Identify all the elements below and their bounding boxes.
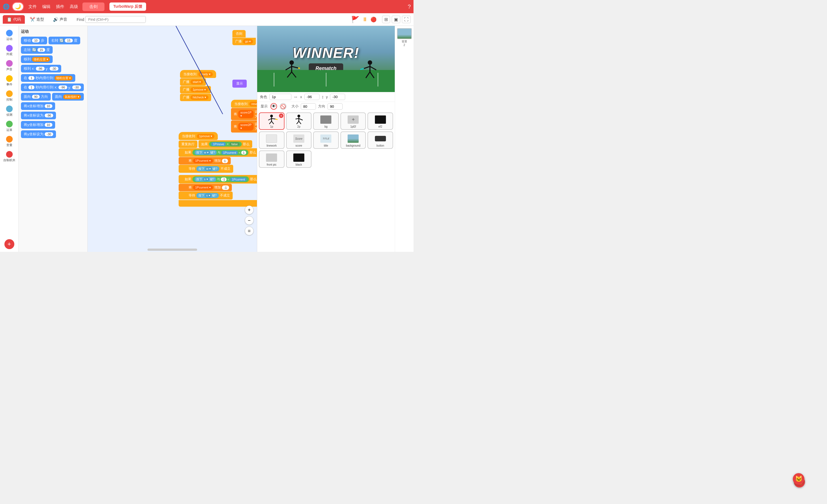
- w-key-condition[interactable]: 按下 w ▾ 键? 与 1Pcurrent < 1: [192, 150, 248, 155]
- stop-btn[interactable]: 🔴: [371, 16, 377, 22]
- broadcast-go-dropdown[interactable]: go ▾: [243, 39, 253, 44]
- 1pmove-condition[interactable]: 1Pmove = false: [209, 142, 241, 147]
- when-receive-reset[interactable]: 当接收到 reset ▾: [231, 100, 257, 108]
- x-input[interactable]: [304, 94, 320, 100]
- else-block[interactable]: 否则: [232, 30, 246, 38]
- 1pcurrent-dropdown1[interactable]: 1Pcurrent ▾: [193, 158, 213, 163]
- change-x-block[interactable]: 将x坐标增加 10: [21, 102, 55, 110]
- glide-to-dropdown[interactable]: 随机位置 ▾: [55, 76, 72, 81]
- sprite-item-background[interactable]: background: [340, 132, 366, 149]
- 1pmove-var[interactable]: 1Pmove: [211, 142, 226, 146]
- turn-right-input[interactable]: 15: [65, 39, 72, 42]
- size-input[interactable]: [301, 103, 316, 110]
- move-block[interactable]: 移动 10 步: [21, 37, 47, 44]
- face-direction-block[interactable]: 面向 90 方向: [21, 93, 51, 101]
- set-score1p-block[interactable]: 将 score1P ▾ 设为 0: [231, 108, 257, 120]
- y-input[interactable]: [330, 94, 345, 100]
- view-fullscreen-btn[interactable]: ⛶: [402, 16, 411, 23]
- change-1pcurrent-1[interactable]: 将 1Pcurrent ▾ 增加 1: [179, 157, 231, 164]
- goto-block[interactable]: 移到 随机位置 ▾: [21, 55, 53, 63]
- turn-left-block[interactable]: 左转 🔄 15 度: [21, 46, 53, 54]
- increase-val1[interactable]: 1: [222, 159, 228, 163]
- neg1-val[interactable]: -1: [221, 178, 227, 181]
- sidebar-item-motion[interactable]: 运动: [1, 28, 18, 43]
- 1pcurrent-var2[interactable]: 1Pcurrent: [230, 178, 247, 181]
- broadcast-go-block[interactable]: 广播 go ▾: [232, 38, 256, 45]
- sprite-name-input[interactable]: [269, 94, 291, 100]
- sidebar-item-custom[interactable]: 自制积木: [1, 149, 18, 164]
- if-1pmove-false[interactable]: 如果 1Pmove = false 那么: [198, 140, 252, 148]
- sidebar-item-variables[interactable]: 变量: [1, 134, 18, 149]
- turbowarp-feedback-btn[interactable]: TurboWarp 反馈: [109, 2, 146, 11]
- sprite-delete-1p[interactable]: ✕: [279, 113, 283, 118]
- sprite-item-ef2[interactable]: ef2: [368, 112, 393, 130]
- sprite-item-black[interactable]: black: [286, 150, 312, 168]
- when-receive-1pmove[interactable]: 当接收到 1pmove ▾: [179, 132, 218, 140]
- zoom-in-btn[interactable]: +: [245, 206, 254, 214]
- w-dropdown2[interactable]: w ▾: [205, 167, 212, 171]
- face-toward-dropdown[interactable]: 鼠标指针 ▾: [63, 95, 81, 99]
- zoom-reset-btn[interactable]: =: [245, 226, 254, 235]
- theme-toggle[interactable]: 🌙: [12, 2, 24, 11]
- set-x-block[interactable]: 将x坐标设为 -96: [21, 112, 56, 119]
- change-y-input[interactable]: 10: [45, 123, 52, 127]
- set-y-block[interactable]: 将y坐标设为 -30: [21, 130, 56, 138]
- glide-to-block[interactable]: 在 1 秒内滑行到 随机位置 ▾: [21, 74, 75, 82]
- sprite-item-button[interactable]: button: [368, 132, 393, 149]
- tab-sound[interactable]: 🔊 声音: [49, 15, 71, 24]
- sidebar-item-control[interactable]: 控制: [1, 89, 18, 103]
- not-s-condition[interactable]: 按下 s ▾ 键?: [196, 193, 219, 198]
- sidebar-item-sound[interactable]: 声音: [1, 58, 18, 73]
- when-receive-ready[interactable]: 当接收到 ready ▾: [180, 70, 216, 78]
- set-y-input[interactable]: -30: [45, 132, 53, 136]
- s-key-condition[interactable]: 按下 s ▾ 键? 与 -1 < 1Pcurrent: [192, 177, 249, 182]
- broadcast-hitcheck-block[interactable]: 广播 hitcheck ▾: [180, 94, 211, 101]
- repeat-block[interactable]: 重复执行: [179, 141, 197, 148]
- sprite-item-1pef[interactable]: ✦ 1pEf: [340, 112, 366, 130]
- sprite-item-bg[interactable]: bg: [313, 112, 339, 130]
- s-dropdown2[interactable]: s ▾: [205, 193, 211, 198]
- sidebar-item-sensing[interactable]: 侦测: [1, 104, 18, 118]
- broadcast-hitcheck-dropdown[interactable]: hitcheck ▾: [191, 95, 208, 100]
- glide-x-input[interactable]: -96: [58, 86, 67, 89]
- score1p-dropdown[interactable]: score1P ▾: [238, 110, 254, 118]
- 1pmove-hat-dropdown[interactable]: 1pmove ▾: [197, 134, 214, 139]
- goto-y-input[interactable]: -30: [50, 67, 58, 70]
- goto-dropdown[interactable]: 随机位置 ▾: [32, 57, 50, 62]
- code-canvas[interactable]: 否则 广播 go ▾ 当接收到 ready ▾ 广播 start ▾: [88, 26, 257, 252]
- sprite-item-linework[interactable]: linework: [259, 132, 285, 149]
- stage-thumb-img[interactable]: [397, 28, 412, 39]
- s-key-sensing[interactable]: 按下 s ▾ 键?: [195, 177, 216, 182]
- increase-val2[interactable]: -1: [222, 186, 229, 190]
- sprite-item-2p[interactable]: 2p: [286, 112, 312, 130]
- project-name-input[interactable]: 击剑: [83, 2, 104, 11]
- s-dropdown[interactable]: s ▾: [203, 177, 209, 181]
- set-score2p-block[interactable]: 将 score2P ▾ 设为 0: [231, 120, 257, 133]
- change-x-input[interactable]: 10: [45, 104, 52, 108]
- sprite-item-title[interactable]: TITLE title: [313, 132, 339, 149]
- reset-dropdown[interactable]: reset ▾: [249, 102, 257, 106]
- menu-plugins[interactable]: 插件: [56, 4, 64, 9]
- menu-advanced[interactable]: 高级: [70, 4, 78, 9]
- change-y-block[interactable]: 将y坐标增加 10: [21, 121, 55, 129]
- find-input[interactable]: [85, 16, 146, 23]
- display-eye-on[interactable]: 👁: [271, 103, 277, 110]
- broadcast-1pmove-block[interactable]: 广播 1pmove ▾: [180, 86, 211, 93]
- tab-costume[interactable]: ✂️ 造型: [26, 15, 48, 24]
- tab-code[interactable]: 📋 代码: [3, 15, 25, 24]
- display-eye-off[interactable]: 🚫: [280, 103, 286, 110]
- false-val[interactable]: false: [230, 142, 239, 146]
- view-normal-btn[interactable]: ⊞: [382, 16, 390, 23]
- 1pcurrent-dropdown2[interactable]: 1Pcurrent ▾: [193, 185, 213, 190]
- dir-input[interactable]: [328, 103, 343, 110]
- goto-xy-block[interactable]: 移到 x: -96 y: -30: [21, 65, 61, 72]
- glide-xy-block[interactable]: 在 1 秒内滑行到 x: -96 y: -30: [21, 84, 84, 91]
- broadcast-1pmove-dropdown[interactable]: 1pmove ▾: [191, 87, 208, 92]
- glide-secs-input[interactable]: 1: [29, 76, 35, 80]
- val-1[interactable]: 1: [241, 151, 246, 155]
- not-w-condition[interactable]: 按下 w ▾ 键?: [196, 166, 220, 171]
- goto-x-input[interactable]: -96: [36, 67, 45, 70]
- sidebar-item-events[interactable]: 事件: [1, 73, 18, 88]
- ready-dropdown[interactable]: ready ▾: [198, 72, 213, 77]
- view-stage-btn[interactable]: ▣: [392, 16, 400, 23]
